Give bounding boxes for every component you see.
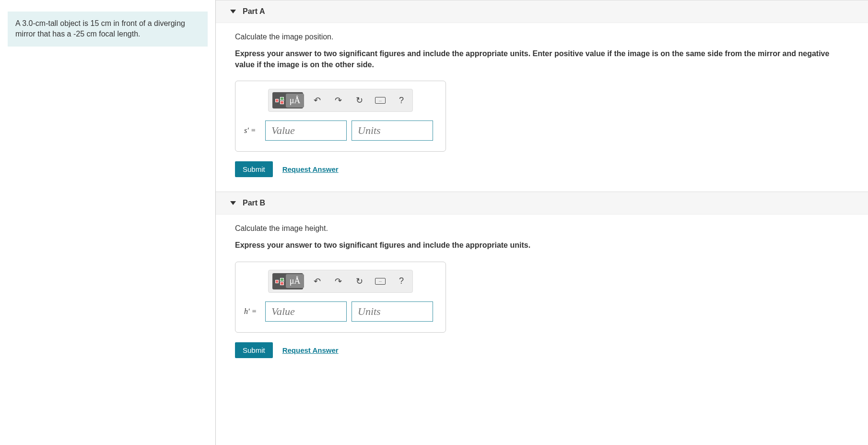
problem-sidebar: A 3.0-cm-tall object is 15 cm in front o… [0, 0, 216, 445]
part-a-body: Calculate the image position. Express yo… [216, 23, 868, 192]
keyboard-button[interactable]: ⋯ [373, 274, 387, 289]
template-button-group: μÅ [272, 92, 303, 108]
part-b-inputs: h′ = [244, 301, 437, 322]
undo-icon: ↶ [314, 95, 321, 106]
chevron-down-icon [230, 10, 236, 13]
keyboard-icon: ⋯ [375, 97, 386, 104]
part-a-actions: Submit Request Answer [235, 161, 849, 177]
templates-button[interactable] [273, 274, 288, 289]
part-b-value-input[interactable] [265, 301, 347, 322]
chevron-down-icon [230, 201, 236, 205]
help-button[interactable]: ? [394, 274, 409, 289]
part-a-value-input[interactable] [265, 120, 347, 141]
part-a-variable: s′ = [244, 126, 260, 135]
template-button-group: μÅ [272, 273, 303, 289]
units-symbol-button[interactable]: μÅ [288, 93, 302, 108]
redo-button[interactable]: ↷ [331, 274, 345, 289]
part-a-inputs: s′ = [244, 120, 437, 141]
part-b-header[interactable]: Part B [216, 192, 868, 215]
part-b-body: Calculate the image height. Express your… [216, 215, 868, 372]
part-b-answer-box: μÅ ↶ ↷ ↻ ⋯ ? h′ = [235, 262, 446, 333]
reset-button[interactable]: ↻ [352, 93, 366, 108]
part-b-title: Part B [243, 199, 265, 207]
mu-angstrom-icon: μÅ [286, 274, 305, 288]
help-button[interactable]: ? [394, 93, 409, 108]
templates-button[interactable] [273, 93, 288, 108]
units-symbol-button[interactable]: μÅ [288, 274, 302, 289]
reset-icon: ↻ [356, 276, 363, 287]
part-b-actions: Submit Request Answer [235, 342, 849, 358]
redo-icon: ↷ [335, 95, 342, 106]
part-a-answer-box: μÅ ↶ ↷ ↻ ⋯ ? s′ = [235, 81, 446, 152]
redo-icon: ↷ [335, 276, 342, 287]
part-b-instructions: Express your answer to two significant f… [235, 240, 849, 251]
problem-statement: A 3.0-cm-tall object is 15 cm in front o… [8, 12, 208, 47]
main-content: Part A Calculate the image position. Exp… [216, 0, 868, 445]
part-a-instructions: Express your answer to two significant f… [235, 48, 849, 70]
part-a-request-answer-link[interactable]: Request Answer [282, 165, 339, 173]
undo-button[interactable]: ↶ [310, 274, 324, 289]
part-a-submit-button[interactable]: Submit [235, 161, 273, 177]
redo-button[interactable]: ↷ [331, 93, 345, 108]
part-b-toolbar: μÅ ↶ ↷ ↻ ⋯ ? [268, 270, 413, 293]
undo-icon: ↶ [314, 276, 321, 287]
part-b-variable: h′ = [244, 307, 260, 316]
undo-button[interactable]: ↶ [310, 93, 324, 108]
mu-angstrom-icon: μÅ [286, 94, 305, 108]
part-b-request-answer-link[interactable]: Request Answer [282, 346, 339, 354]
part-b-submit-button[interactable]: Submit [235, 342, 273, 358]
part-a-toolbar: μÅ ↶ ↷ ↻ ⋯ ? [268, 89, 413, 112]
templates-icon [275, 276, 286, 287]
part-a-question: Calculate the image position. [235, 33, 849, 41]
help-icon: ? [399, 276, 404, 286]
reset-button[interactable]: ↻ [352, 274, 366, 289]
templates-icon [275, 95, 286, 106]
part-b-question: Calculate the image height. [235, 224, 849, 233]
keyboard-button[interactable]: ⋯ [373, 93, 387, 108]
help-icon: ? [399, 96, 404, 106]
keyboard-icon: ⋯ [375, 278, 386, 285]
reset-icon: ↻ [356, 95, 363, 106]
part-a-title: Part A [243, 7, 265, 16]
part-b-units-input[interactable] [352, 301, 433, 322]
part-a-header[interactable]: Part A [216, 0, 868, 23]
part-a-units-input[interactable] [352, 120, 433, 141]
